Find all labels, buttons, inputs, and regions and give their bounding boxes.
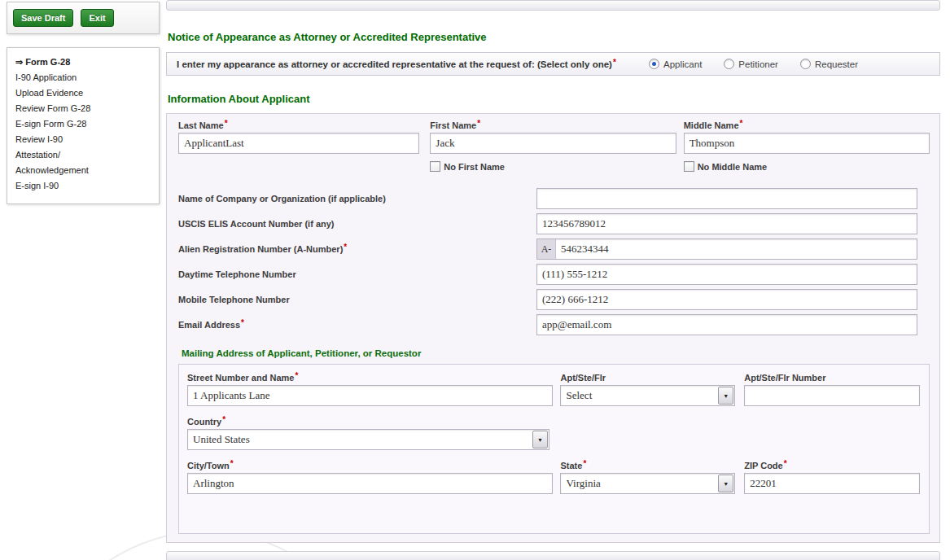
sidebar-nav: ⇒ Form G-28 I-90 Application Upload Evid… xyxy=(7,47,160,204)
sidebar-item-upload-evidence[interactable]: Upload Evidence xyxy=(7,85,159,101)
sidebar-item-acknowledgement[interactable]: Acknowledgement xyxy=(7,163,159,178)
street-field: Street Number and Name xyxy=(187,373,553,406)
sidebar-item-review-form-g28[interactable]: Review Form G-28 xyxy=(7,101,159,116)
page-title: Notice of Appearance as Attorney or Accr… xyxy=(168,31,940,43)
top-strip xyxy=(166,0,940,11)
checkbox-icon[interactable] xyxy=(430,161,440,172)
zip-label: ZIP Code xyxy=(744,461,920,470)
dropdown-arrow-icon[interactable]: ▼ xyxy=(532,431,548,448)
applicant-info-panel: Last Name First Name Middle Name xyxy=(166,113,940,543)
appearance-radio-group: Applicant Petitioner Requester xyxy=(649,59,930,69)
state-selected-value: Virginia xyxy=(561,477,718,490)
street-label: Street Number and Name xyxy=(187,373,553,383)
save-draft-button[interactable]: Save Draft xyxy=(13,9,73,27)
apt-number-input[interactable] xyxy=(744,385,920,406)
country-select[interactable]: United States ▼ xyxy=(187,429,549,450)
exit-button[interactable]: Exit xyxy=(81,9,113,27)
page: Save Draft Exit ⇒ Form G-28 I-90 Applica… xyxy=(0,0,950,560)
company-input[interactable] xyxy=(536,188,917,209)
last-name-label: Last Name xyxy=(178,120,419,130)
radio-option-applicant[interactable]: Applicant xyxy=(649,59,702,69)
daytime-phone-label: Daytime Telephone Number xyxy=(178,269,536,279)
first-name-input[interactable] xyxy=(430,133,676,154)
appearance-question-row: I enter my appearance as attorney or acc… xyxy=(166,52,940,76)
mobile-phone-input[interactable] xyxy=(536,289,917,310)
checkbox-icon[interactable] xyxy=(684,161,694,172)
daytime-phone-row: Daytime Telephone Number xyxy=(178,264,930,285)
section-title-information-about-applicant: Information About Applicant xyxy=(168,93,940,105)
state-select[interactable]: Virginia ▼ xyxy=(560,473,735,494)
appearance-question-label: I enter my appearance as attorney or acc… xyxy=(177,59,616,69)
checkbox-spacer xyxy=(178,161,419,172)
apt-number-label: Apt/Ste/Flr Number xyxy=(744,373,920,383)
last-name-input[interactable] xyxy=(178,133,419,154)
radio-option-petitioner[interactable]: Petitioner xyxy=(724,59,778,69)
no-first-name-label: No First Name xyxy=(444,162,505,172)
name-fields-row: Last Name First Name Middle Name xyxy=(178,120,930,154)
radio-option-requester[interactable]: Requester xyxy=(800,59,858,69)
company-label: Name of Company or Organization (if appl… xyxy=(178,194,536,203)
sidebar-item-i90-application[interactable]: I-90 Application xyxy=(7,70,159,85)
street-apt-row: Street Number and Name Apt/Ste/Flr Selec… xyxy=(187,373,920,406)
radio-label: Applicant xyxy=(663,59,702,69)
elis-account-label: USCIS ELIS Account Number (if any) xyxy=(178,219,536,229)
radio-label: Requester xyxy=(815,59,858,69)
a-number-label: Alien Registration Number (A-Number) xyxy=(178,244,536,254)
company-row: Name of Company or Organization (if appl… xyxy=(178,188,930,209)
country-row: Country United States ▼ xyxy=(187,417,920,450)
mobile-phone-row: Mobile Telephone Number xyxy=(178,289,930,310)
apt-type-label: Apt/Ste/Flr xyxy=(560,373,735,383)
state-field: State Virginia ▼ xyxy=(560,461,735,494)
street-input[interactable] xyxy=(187,385,553,406)
elis-account-input[interactable] xyxy=(536,213,917,234)
sidebar-item-esign-form-g28[interactable]: E-sign Form G-28 xyxy=(7,116,159,132)
apt-number-field: Apt/Ste/Flr Number xyxy=(744,373,920,406)
main-content: Notice of Appearance as Attorney or Accr… xyxy=(166,0,940,560)
city-input[interactable] xyxy=(187,473,553,494)
no-first-name-checkbox-option[interactable]: No First Name xyxy=(430,161,676,172)
apt-type-selected-value: Select xyxy=(561,389,718,402)
radio-button-icon[interactable] xyxy=(724,59,734,69)
country-label: Country xyxy=(187,417,549,427)
zip-input[interactable] xyxy=(744,473,920,494)
name-checkboxes-row: No First Name No Middle Name xyxy=(178,161,930,172)
middle-name-field: Middle Name xyxy=(684,120,930,154)
sidebar-item-esign-i90[interactable]: E-sign I-90 xyxy=(7,178,159,194)
toolbar: Save Draft Exit xyxy=(7,2,160,34)
state-label: State xyxy=(560,461,735,470)
middle-name-input[interactable] xyxy=(684,133,930,154)
no-middle-name-checkbox-option[interactable]: No Middle Name xyxy=(684,161,930,172)
last-name-field: Last Name xyxy=(178,120,419,154)
mobile-phone-label: Mobile Telephone Number xyxy=(178,295,536,304)
mailing-address-title: Mailing Address of Applicant, Petitioner… xyxy=(182,348,930,358)
sidebar-item-form-g28[interactable]: ⇒ Form G-28 xyxy=(7,55,159,70)
sidebar-item-attestation[interactable]: Attestation/ xyxy=(7,147,159,163)
a-number-input[interactable] xyxy=(556,239,917,259)
middle-name-label: Middle Name xyxy=(684,120,930,130)
elis-account-row: USCIS ELIS Account Number (if any) xyxy=(178,213,930,234)
city-state-zip-row: City/Town State Virginia ▼ ZIP Code xyxy=(187,461,920,494)
no-first-name-field: No First Name xyxy=(430,161,676,172)
no-middle-name-field: No Middle Name xyxy=(684,161,930,172)
city-field: City/Town xyxy=(187,461,553,494)
radio-button-icon[interactable] xyxy=(800,59,811,69)
radio-button-icon[interactable] xyxy=(649,59,659,69)
bottom-strip xyxy=(166,551,940,560)
mailing-address-panel: Street Number and Name Apt/Ste/Flr Selec… xyxy=(178,364,930,534)
first-name-field: First Name xyxy=(430,120,676,154)
city-label: City/Town xyxy=(187,461,553,470)
daytime-phone-input[interactable] xyxy=(536,264,917,285)
dropdown-arrow-icon[interactable]: ▼ xyxy=(718,387,733,405)
apt-type-select[interactable]: Select ▼ xyxy=(560,385,735,406)
email-label: Email Address xyxy=(178,320,536,330)
country-selected-value: United States xyxy=(188,433,532,446)
country-field: Country United States ▼ xyxy=(187,417,549,450)
sidebar-item-review-i90[interactable]: Review I-90 xyxy=(7,132,159,147)
first-name-label: First Name xyxy=(430,120,676,130)
no-middle-name-label: No Middle Name xyxy=(698,162,768,172)
radio-label: Petitioner xyxy=(738,59,778,69)
dropdown-arrow-icon[interactable]: ▼ xyxy=(718,475,733,492)
email-input[interactable] xyxy=(536,314,917,335)
email-row: Email Address xyxy=(178,314,930,335)
zip-field: ZIP Code xyxy=(744,461,920,494)
